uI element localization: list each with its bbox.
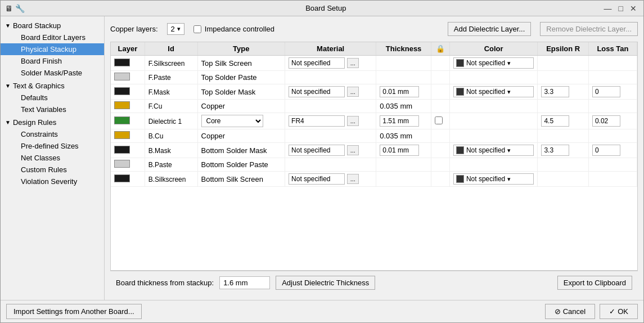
material-input[interactable] [289, 173, 345, 185]
thickness-input[interactable] [380, 86, 419, 97]
thickness-input[interactable] [380, 115, 419, 127]
sidebar-item-label: Text Variables [21, 105, 66, 114]
layer-swatch [114, 73, 130, 80]
th-type: Type [197, 42, 285, 56]
layer-losstan-cell [588, 56, 637, 71]
layer-epsilon-cell[interactable] [538, 84, 589, 100]
color-dropdown[interactable]: Not specified ▾ [453, 86, 534, 97]
layer-swatch [114, 146, 130, 154]
export-to-clipboard-button[interactable]: Export to Clipboard [557, 276, 632, 290]
sidebar-item-net-classes[interactable]: Net Classes [1, 152, 104, 164]
sidebar-item-constraints[interactable]: Constraints [1, 128, 104, 140]
loss-tan-input[interactable] [592, 86, 620, 97]
material-input[interactable] [289, 145, 345, 156]
impedance-controlled-check[interactable]: Impedance controlled [193, 25, 274, 33]
material-browse-button[interactable]: ... [347, 145, 359, 155]
material-browse-button[interactable]: ... [347, 116, 359, 126]
color-dropdown[interactable]: Not specified ▾ [453, 145, 534, 156]
layer-thickness-cell[interactable] [376, 84, 431, 100]
sidebar-item-physical-stackup[interactable]: Physical Stackup [1, 43, 104, 55]
layer-color-cell[interactable]: Not specified ▾ [449, 143, 537, 158]
layer-color-cell[interactable]: Not specified ▾ [449, 172, 537, 187]
color-label: Not specified [466, 59, 505, 67]
layer-type-cell[interactable]: Core PrePreg [197, 113, 285, 129]
sidebar-item-text-graphics[interactable]: ▼ Text & Graphics [1, 80, 104, 92]
layer-material-cell[interactable]: ... [285, 143, 376, 158]
sidebar-item-board-editor-layers[interactable]: Board Editor Layers [1, 32, 104, 43]
material-input[interactable] [289, 115, 345, 127]
layer-losstan-cell[interactable] [588, 143, 637, 158]
adjust-dielectric-thickness-button[interactable]: Adjust Dielectric Thickness [276, 276, 375, 290]
remove-dielectric-layer-button[interactable]: Remove Dielectric Layer... [540, 22, 638, 36]
layer-type-select[interactable]: Core PrePreg [201, 115, 263, 127]
sidebar-item-solder-mask-paste[interactable]: Solder Mask/Paste [1, 67, 104, 79]
ok-button[interactable]: ✓ OK [600, 304, 638, 319]
layer-thickness-cell [376, 172, 431, 187]
sidebar-item-board-finish[interactable]: Board Finish [1, 55, 104, 67]
layer-type-cell: Bottom Solder Mask [197, 143, 285, 158]
epsilon-r-input[interactable] [541, 115, 569, 127]
cancel-button[interactable]: ⊘ Cancel [545, 304, 595, 319]
layer-material-cell[interactable]: ... [285, 56, 376, 71]
layer-thickness-cell[interactable] [376, 143, 431, 158]
layer-type: Bottom Solder Paste [201, 160, 268, 169]
layer-lock-cell [431, 143, 449, 158]
main-content: ▼ Board Stackup Board Editor Layers Phys… [1, 16, 643, 300]
loss-tan-input[interactable] [592, 115, 620, 127]
layer-material-cell[interactable]: ... [285, 172, 376, 187]
layer-material-cell[interactable]: ... [285, 84, 376, 100]
sidebar-item-board-stackup[interactable]: ▼ Board Stackup [1, 20, 104, 32]
maximize-button[interactable]: □ [616, 3, 625, 14]
material-browse-button[interactable]: ... [347, 58, 359, 68]
layer-epsilon-cell[interactable] [538, 113, 589, 129]
layer-color-cell[interactable]: Not specified ▾ [449, 84, 537, 100]
minimize-button[interactable]: — [602, 3, 614, 14]
copper-layers-select[interactable]: 2 ▾ [167, 23, 184, 35]
thickness-input[interactable] [380, 145, 419, 156]
layer-lock-cell[interactable] [431, 113, 449, 129]
layer-id-cell: B.Cu [145, 129, 197, 143]
layer-losstan-cell [588, 71, 637, 84]
sidebar-item-label: Defaults [21, 93, 48, 102]
add-dielectric-layer-button[interactable]: Add Dielectric Layer... [448, 22, 531, 36]
epsilon-r-input[interactable] [541, 86, 569, 97]
layer-thickness-cell[interactable] [376, 113, 431, 129]
import-settings-button[interactable]: Import Settings from Another Board... [6, 304, 142, 319]
epsilon-r-input[interactable] [541, 145, 569, 156]
sidebar-item-text-variables[interactable]: Text Variables [1, 104, 104, 115]
sidebar-item-label: Constraints [21, 130, 58, 138]
table-row: B.Silkscreen Bottom Silk Screen ... [111, 172, 637, 187]
chevron-down-icon: ▾ [507, 176, 511, 183]
window-controls[interactable]: — □ ✕ [602, 3, 639, 14]
layer-swatch-cell [111, 100, 145, 113]
sidebar-item-defaults[interactable]: Defaults [1, 92, 104, 104]
loss-tan-input[interactable] [592, 145, 620, 156]
color-dropdown[interactable]: Not specified ▾ [453, 57, 534, 69]
material-browse-button[interactable]: ... [347, 87, 359, 97]
material-browse-button[interactable]: ... [347, 174, 359, 184]
layer-type: Bottom Silk Screen [201, 175, 264, 183]
layer-color-cell[interactable]: Not specified ▾ [449, 56, 537, 71]
layer-epsilon-cell[interactable] [538, 143, 589, 158]
layer-swatch-cell [111, 56, 145, 71]
layer-epsilon-cell [538, 71, 589, 84]
impedance-checkbox[interactable] [193, 25, 201, 33]
layer-material-cell[interactable]: ... [285, 113, 376, 129]
close-button[interactable]: ✕ [628, 3, 639, 14]
thickness-value: 0.035 mm [380, 132, 412, 140]
chevron-down-icon: ▾ [507, 60, 511, 67]
color-dropdown[interactable]: Not specified ▾ [453, 173, 534, 185]
sidebar-item-custom-rules[interactable]: Custom Rules [1, 164, 104, 176]
layer-losstan-cell[interactable] [588, 84, 637, 100]
layer-swatch-cell [111, 71, 145, 84]
sidebar-item-design-rules[interactable]: ▼ Design Rules [1, 116, 104, 128]
material-input[interactable] [289, 57, 345, 69]
sidebar-item-pre-defined-sizes[interactable]: Pre-defined Sizes [1, 140, 104, 152]
lock-checkbox[interactable] [435, 116, 443, 124]
th-thickness: Thickness [376, 42, 431, 56]
layer-swatch-cell [111, 172, 145, 187]
sidebar-item-violation-severity[interactable]: Violation Severity [1, 176, 104, 187]
board-thickness-input[interactable] [219, 276, 270, 289]
layer-losstan-cell[interactable] [588, 113, 637, 129]
material-input[interactable] [289, 86, 345, 97]
